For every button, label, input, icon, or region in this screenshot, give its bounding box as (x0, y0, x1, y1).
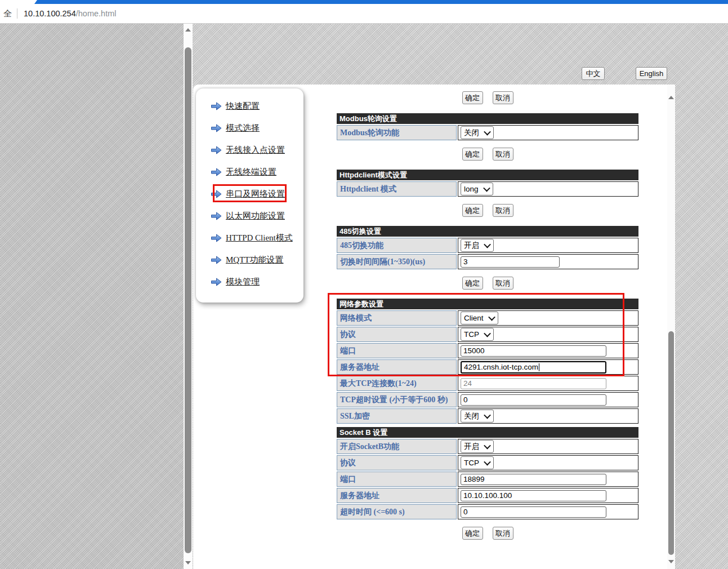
scroll-down-icon[interactable] (668, 560, 674, 563)
arrow-icon (211, 124, 222, 132)
field-label: 超时时间 (<=600 s) (337, 504, 457, 519)
field-select[interactable]: 开启 (461, 239, 494, 252)
confirm-button[interactable]: 确定 (462, 204, 483, 217)
select-value: TCP (464, 330, 479, 339)
field-label: 端口 (337, 343, 457, 358)
field-select[interactable]: 关闭 (461, 410, 494, 423)
inner-scrollbar-thumb[interactable] (668, 331, 674, 555)
field-value-cell: 关闭 (458, 408, 638, 424)
cancel-button[interactable]: 取消 (493, 527, 513, 540)
outer-scrollbar-thumb[interactable] (185, 47, 191, 553)
arrow-icon (211, 168, 222, 176)
field-input[interactable]: 0 (461, 394, 606, 406)
field-label: 最大TCP连接数(1~24) (337, 376, 457, 391)
chevron-down-icon (484, 459, 491, 466)
confirm-button[interactable]: 确定 (462, 148, 483, 161)
input-value: 10.10.100.100 (463, 491, 512, 500)
sidebar-item-1[interactable]: 快速配置 (196, 95, 303, 117)
scroll-down-icon[interactable] (185, 561, 191, 564)
field-select[interactable]: 关闭 (461, 126, 494, 139)
input-value: 18899 (463, 475, 485, 483)
cancel-button[interactable]: 取消 (493, 204, 513, 217)
field-value-cell: long (458, 181, 638, 197)
field-input[interactable]: 3 (461, 256, 560, 268)
field-label: 端口 (337, 472, 457, 487)
field-value-cell: 关闭 (458, 125, 638, 140)
sidebar-item-label: MQTT功能设置 (226, 255, 284, 265)
field-input[interactable]: 4291.cnsh.iot-tcp.com (461, 361, 606, 374)
chevron-down-icon (488, 314, 495, 321)
field-select[interactable]: TCP (461, 328, 494, 341)
sidebar-item-4[interactable]: 无线终端设置 (196, 161, 303, 183)
field-value-cell: 10.10.100.100 (458, 488, 638, 503)
settings-section: Socket B 设置开启SocketB功能开启协议TCP端口18899服务器地… (337, 427, 638, 519)
scroll-up-icon[interactable] (668, 96, 674, 99)
blue-arrow-icon (211, 212, 222, 220)
confirm-button[interactable]: 确定 (462, 527, 483, 540)
field-value-cell: 开启 (458, 439, 638, 454)
inner-scrollbar[interactable] (667, 85, 675, 569)
field-label: Httpdclient 模式 (337, 181, 457, 197)
action-button-group: 确定取消 (337, 277, 638, 290)
action-button-group: 确定取消 (337, 527, 638, 540)
cancel-button[interactable]: 取消 (493, 148, 513, 161)
confirm-button[interactable]: 确定 (462, 277, 483, 290)
arrow-icon (211, 212, 222, 220)
field-value-cell: 4291.cnsh.iot-tcp.com (458, 359, 638, 375)
sidebar-item-7[interactable]: HTTPD Client模式 (196, 227, 303, 249)
sidebar-item-2[interactable]: 模式选择 (196, 117, 303, 139)
field-label: SSL加密 (337, 408, 457, 424)
blue-arrow-icon (211, 146, 222, 154)
chevron-down-icon (483, 185, 490, 192)
sidebar-item-5[interactable]: 串口及网络设置 (196, 183, 303, 205)
field-input[interactable]: 15000 (461, 345, 606, 357)
outer-scrollbar[interactable] (184, 24, 193, 569)
sidebar-item-9[interactable]: 模块管理 (196, 271, 303, 293)
arrow-icon (211, 190, 222, 198)
section-header: Httpdclient模式设置 (337, 170, 638, 180)
chevron-down-icon (484, 412, 491, 419)
select-value: 关闭 (464, 411, 479, 421)
blue-arrow-icon (211, 190, 222, 198)
cancel-button[interactable]: 取消 (493, 277, 513, 290)
arrow-icon (211, 102, 222, 110)
sidebar-item-6[interactable]: 以太网功能设置 (196, 205, 303, 227)
field-label: 485切换功能 (337, 238, 457, 253)
arrow-icon (211, 278, 222, 286)
action-button-group: 确定取消 (337, 204, 638, 217)
select-value: Client (464, 314, 484, 322)
field-select[interactable]: TCP (461, 456, 494, 469)
browser-tab-strip (0, 0, 728, 4)
sidebar-item-label: 以太网功能设置 (226, 211, 285, 221)
input-value: 0 (463, 395, 468, 404)
content-panel: 快速配置模式选择无线接入点设置无线终端设置串口及网络设置以太网功能设置HTTPD… (193, 85, 667, 569)
field-label: 开启SocketB功能 (337, 439, 457, 454)
scroll-up-icon[interactable] (185, 28, 191, 32)
sidebar-item-3[interactable]: 无线接入点设置 (196, 139, 303, 161)
confirm-button[interactable]: 确定 (462, 91, 483, 104)
blue-arrow-icon (211, 256, 222, 264)
action-button-group: 确定取消 (337, 91, 638, 104)
settings-section: 网络参数设置网络模式Client协议TCP端口15000服务器地址4291.cn… (337, 299, 638, 424)
address-bar[interactable]: 全 10.10.100.254/home.html (0, 4, 728, 24)
security-label: 全 (3, 8, 12, 19)
chevron-down-icon (484, 330, 491, 337)
field-select[interactable]: long (461, 183, 493, 195)
field-select[interactable]: Client (461, 312, 498, 324)
blue-arrow-icon (211, 102, 222, 110)
arrow-icon (211, 234, 222, 242)
field-input[interactable]: 18899 (461, 474, 606, 485)
language-english-button[interactable]: English (636, 67, 667, 80)
section-header: 网络参数设置 (337, 299, 638, 309)
field-label: 服务器地址 (337, 488, 457, 503)
language-chinese-button[interactable]: 中文 (582, 67, 605, 80)
field-label: Modbus轮询功能 (337, 125, 457, 140)
cancel-button[interactable]: 取消 (493, 91, 513, 104)
field-input[interactable]: 0 (461, 506, 606, 518)
field-select[interactable]: 开启 (461, 440, 494, 453)
settings-section: Httpdclient模式设置Httpdclient 模式long (337, 170, 638, 197)
sidebar-item-8[interactable]: MQTT功能设置 (196, 249, 303, 271)
field-value-cell: 0 (458, 392, 638, 407)
field-input[interactable]: 10.10.100.100 (461, 490, 606, 501)
input-value: 24 (463, 379, 472, 388)
